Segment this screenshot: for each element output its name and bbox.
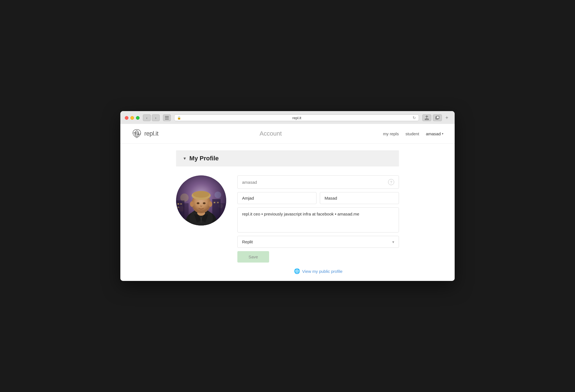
question-mark: ? [390,180,392,184]
back-button[interactable]: ‹ [143,114,151,121]
duplicate-tab-button[interactable] [433,114,442,121]
collapse-arrow-icon[interactable]: ▼ [183,156,187,161]
traffic-lights [125,116,140,120]
nav-links: my repls student amasad ▾ [383,131,444,136]
username-input[interactable] [242,180,386,185]
share-button[interactable] [422,114,431,121]
svg-rect-2 [165,119,169,119]
bio-textarea[interactable]: repl.it ceo • previously javascript infr… [237,207,399,232]
svg-rect-0 [165,116,169,117]
logo-text: repl.it [144,130,158,137]
svg-point-32 [208,201,212,207]
address-bar[interactable]: 🔒 repl.it ↻ [174,114,419,121]
avatar-area[interactable] [176,175,226,226]
svg-rect-17 [177,203,179,205]
user-dropdown[interactable]: amasad ▾ [426,131,444,136]
svg-rect-21 [217,202,219,203]
avatar [176,175,226,226]
minimize-button[interactable] [130,116,134,120]
sidebar-toggle-button[interactable] [163,114,171,121]
close-button[interactable] [125,116,128,120]
form-area: ? repl.it ceo • previously javascript in… [237,175,399,274]
forward-button[interactable]: › [152,114,160,121]
svg-rect-1 [165,117,169,118]
svg-point-10 [215,192,221,198]
chevron-down-icon: ▾ [392,240,394,244]
maximize-button[interactable] [136,116,140,120]
nav-buttons: ‹ › [143,114,160,121]
svg-rect-18 [180,203,182,205]
new-tab-button[interactable]: + [444,114,450,121]
public-profile-link[interactable]: 🌐 View my public profile [237,268,399,274]
browser-window: ‹ › 🔒 repl.it ↻ [120,111,455,281]
svg-rect-4 [437,116,439,119]
name-row [237,192,399,204]
browser-chrome: ‹ › 🔒 repl.it ↻ [120,111,455,124]
save-button[interactable]: Save [237,251,269,263]
last-name-input[interactable] [320,192,399,204]
section-header: ▼ My Profile [176,150,399,166]
browser-actions: + [422,114,450,121]
svg-point-29 [197,202,199,204]
svg-point-28 [193,191,209,198]
globe-icon: 🌐 [294,268,300,274]
username-field-wrapper[interactable]: ? [237,175,399,189]
section-title: My Profile [189,155,219,162]
avatar-image [176,175,226,226]
logo[interactable]: repl.it [131,128,158,139]
url-text: repl.it [183,116,411,120]
logo-icon [131,128,142,139]
help-icon[interactable]: ? [388,179,394,185]
profile-area: ? repl.it ceo • previously javascript in… [176,175,399,274]
svg-rect-19 [177,207,179,208]
lock-icon: 🔒 [177,116,181,120]
organization-value: Replit [242,239,253,244]
username-display: amasad [426,131,441,136]
site-header: repl.it Account my repls student amasad … [120,124,455,144]
organization-select[interactable]: Replit ▾ [237,236,399,248]
refresh-button[interactable]: ↻ [413,116,416,120]
svg-rect-20 [214,202,215,203]
browser-top-bar: ‹ › 🔒 repl.it ↻ [125,114,450,121]
page-title: Account [158,130,383,137]
student-link[interactable]: student [405,131,419,136]
svg-point-30 [203,202,206,204]
my-repls-link[interactable]: my repls [383,131,399,136]
chevron-down-icon: ▾ [442,132,444,136]
first-name-input[interactable] [237,192,316,204]
page-content: repl.it Account my repls student amasad … [120,124,455,281]
svg-rect-16 [219,203,226,226]
main-content: ▼ My Profile [120,144,455,281]
svg-point-31 [190,201,194,207]
public-profile-label: View my public profile [302,269,343,274]
svg-rect-14 [183,203,189,226]
